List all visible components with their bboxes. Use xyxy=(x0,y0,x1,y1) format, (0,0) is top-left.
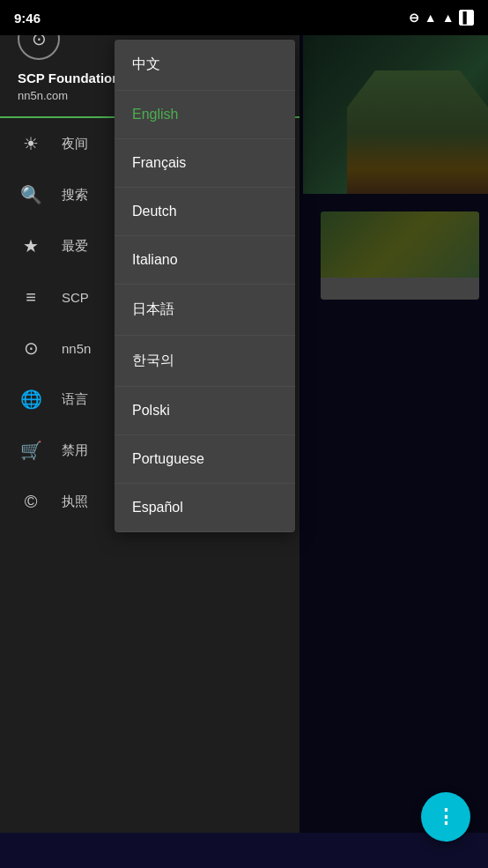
license-icon: © xyxy=(18,488,44,515)
search-icon: 🔍 xyxy=(18,182,44,208)
drawer-scrim[interactable] xyxy=(299,0,488,833)
language-option-pt[interactable]: Portuguese xyxy=(115,435,295,484)
language-option-it[interactable]: Italiano xyxy=(115,236,295,285)
language-option-es[interactable]: Español xyxy=(115,484,295,532)
favorites-icon: ★ xyxy=(18,233,44,259)
fab-button[interactable]: ⋮ xyxy=(421,792,470,842)
language-option-ko[interactable]: 한국의 xyxy=(115,336,295,387)
signal-icon: ▲ xyxy=(442,11,455,25)
battery-icon: ▌ xyxy=(459,10,474,26)
language-option-ja[interactable]: 日本語 xyxy=(115,285,295,336)
language-option-de[interactable]: Deutch xyxy=(115,188,295,236)
night-mode-icon: ☀ xyxy=(18,130,44,157)
language-icon: 🌐 xyxy=(18,386,44,412)
minus-circle-icon: ⊖ xyxy=(409,11,419,25)
wifi-icon: ▲ xyxy=(425,11,437,25)
fab-icon: ⋮ xyxy=(436,805,455,828)
language-dropdown-menu: 中文EnglishFrançaisDeutchItaliano日本語한국의Pol… xyxy=(115,40,295,532)
nn5n-icon: ⊙ xyxy=(18,335,44,361)
status-bar: 9:46 ⊖ ▲ ▲ ▌ xyxy=(0,0,488,35)
restricted-icon: 🛒 xyxy=(18,437,44,464)
status-time: 9:46 xyxy=(14,11,41,26)
scp-icon: ≡ xyxy=(18,284,44,310)
status-icons: ⊖ ▲ ▲ ▌ xyxy=(409,10,474,26)
language-option-pl[interactable]: Polski xyxy=(115,387,295,435)
language-option-en[interactable]: English xyxy=(115,91,295,139)
language-option-zh[interactable]: 中文 xyxy=(115,40,295,91)
language-option-fr[interactable]: Français xyxy=(115,139,295,188)
